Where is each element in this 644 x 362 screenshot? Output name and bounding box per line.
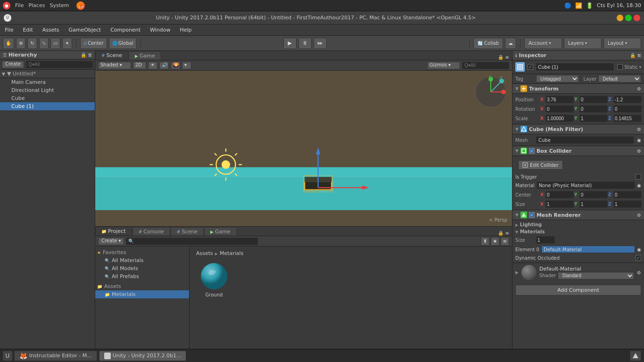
box-collider-check[interactable]: ✓ <box>529 148 535 154</box>
minimize-btn[interactable] <box>617 15 623 21</box>
pos-z-input[interactable] <box>613 96 642 103</box>
tag-dropdown[interactable]: Untagged <box>536 75 579 82</box>
gizmos-btn[interactable]: Gizmos ▾ <box>427 62 460 69</box>
hierarchy-create-btn[interactable]: Create <box>2 61 24 68</box>
pause-btn[interactable]: ⏸ <box>298 38 312 49</box>
menu-assets[interactable]: Assets <box>38 25 64 35</box>
mesh-select-icon[interactable]: ◉ <box>637 138 641 143</box>
materials-size-input[interactable] <box>536 236 555 244</box>
tool-combined[interactable]: ✦ <box>62 38 72 49</box>
hierarchy-item-camera[interactable]: Main Camera <box>0 78 95 86</box>
tool-move[interactable]: ⊕ <box>16 38 25 49</box>
mode-2d-btn[interactable]: 2D <box>133 62 146 69</box>
tool-rect[interactable]: ▭ <box>50 38 60 49</box>
scene-viewport[interactable]: Z X Y < Persp <box>95 71 512 226</box>
mesh-renderer-check[interactable]: ✓ <box>529 212 535 218</box>
inspector-col-icon[interactable]: ≡ <box>637 53 641 58</box>
box-collider-settings[interactable]: ⚙ <box>637 148 641 154</box>
folder-metarials[interactable]: 📁 Metarials <box>95 290 189 298</box>
scene-search-input[interactable] <box>462 62 509 69</box>
collab-btn[interactable]: 🔄 Collab <box>473 38 503 49</box>
project-action-btn1[interactable]: ⬆ <box>481 237 489 246</box>
layout-btn[interactable]: Layout ▾ <box>603 38 641 49</box>
add-component-btn[interactable]: Add Component <box>515 285 641 296</box>
mesh-filter-settings[interactable]: ⚙ <box>637 127 641 132</box>
hierarchy-item-light[interactable]: Directional Light <box>0 86 95 94</box>
menu-component[interactable]: Component <box>106 25 145 35</box>
size-z-input[interactable] <box>613 200 642 208</box>
tab-scene2[interactable]: #Scene <box>171 227 204 236</box>
tool-scale[interactable]: ⤡ <box>39 38 49 49</box>
space-btn[interactable]: 🌐 Global <box>109 38 137 49</box>
shader-dropdown[interactable]: Standard <box>558 272 634 280</box>
scene-col-icon[interactable]: ≡ <box>505 55 509 60</box>
layer-dropdown[interactable]: Default <box>598 75 641 82</box>
scale-z-input[interactable] <box>613 115 642 122</box>
favorites-all-materials[interactable]: 🔍 All Materials <box>95 256 189 264</box>
play-btn[interactable]: ▶ <box>283 38 297 49</box>
sysbar-applications[interactable]: File <box>15 2 24 8</box>
layers-btn[interactable]: Layers ▾ <box>564 38 602 49</box>
taskbar-firefox[interactable]: 🦊 Instructable Editor - M... <box>14 351 97 361</box>
pivot-btn[interactable]: ⊙ Center <box>80 38 107 49</box>
dynamic-occluded-check[interactable] <box>636 255 641 261</box>
size-x-input[interactable] <box>545 200 574 208</box>
tab-game[interactable]: ▶Game <box>129 51 161 60</box>
edit-collider-btn[interactable]: Edit Collider <box>518 160 563 170</box>
obj-active-check[interactable] <box>528 64 533 70</box>
element0-icon[interactable]: ◉ <box>637 247 641 252</box>
pos-y-input[interactable] <box>579 96 608 103</box>
static-checkbox[interactable] <box>617 64 623 70</box>
transform-component-header[interactable]: Transform ⚙ <box>512 83 644 94</box>
center-y-input[interactable] <box>579 191 608 198</box>
rot-y-input[interactable] <box>579 105 608 113</box>
mesh-filter-header[interactable]: Cube (Mesh Filter) ⚙ <box>512 124 644 134</box>
lighting-btn[interactable]: ☀ <box>148 62 157 69</box>
center-z-input[interactable] <box>613 191 642 198</box>
menu-file[interactable]: File <box>0 25 18 35</box>
hierarchy-item-cube[interactable]: Cube <box>0 94 95 102</box>
center-x-input[interactable] <box>545 191 574 198</box>
sysbar-system[interactable]: System <box>50 2 69 8</box>
taskbar-unity[interactable]: Unity - Unity 2017.2.0b1... <box>99 351 187 361</box>
tab-console[interactable]: #Console <box>132 227 170 236</box>
tool-hand[interactable]: ✋ <box>3 38 14 49</box>
material-settings-icon[interactable]: ⚙ <box>637 270 641 275</box>
menu-window[interactable]: Window <box>145 25 175 35</box>
hierarchy-item-cube1[interactable]: Cube (1) <box>0 102 95 110</box>
is-trigger-checkbox[interactable] <box>636 174 641 180</box>
tab-scene[interactable]: #Scene <box>95 51 128 60</box>
rot-z-input[interactable] <box>613 105 642 113</box>
menu-help[interactable]: Help <box>175 25 196 35</box>
project-action-btn2[interactable]: ★ <box>491 237 499 246</box>
audio-btn[interactable]: 🔊 <box>159 62 169 69</box>
mesh-renderer-settings[interactable]: ⚙ <box>637 213 641 218</box>
menu-gameobject[interactable]: GameObject <box>64 25 106 35</box>
account-btn[interactable]: Account ▾ <box>524 38 562 49</box>
asset-ground[interactable]: Ground <box>195 261 233 297</box>
rot-x-input[interactable] <box>545 105 574 113</box>
project-create-btn[interactable]: Create ▾ <box>98 238 124 245</box>
hierarchy-search-input[interactable] <box>26 61 93 68</box>
scene-lock-icon[interactable]: 🔒 <box>498 55 504 60</box>
favorites-all-prefabs[interactable]: 🔍 All Prefabs <box>95 272 189 280</box>
cloud-btn[interactable]: ☁ <box>505 38 516 49</box>
project-action-btn3[interactable]: ≡ <box>501 237 509 246</box>
tab-game2[interactable]: ▶Game <box>204 227 237 236</box>
maximize-btn[interactable] <box>625 15 632 21</box>
shading-dropdown[interactable]: Shaded ▾ <box>98 62 131 69</box>
pos-x-input[interactable] <box>545 96 574 103</box>
transform-settings-icon[interactable]: ⚙ <box>637 86 641 91</box>
mesh-renderer-header[interactable]: ✓ Mesh Renderer ⚙ <box>512 210 644 220</box>
static-dropdown-icon[interactable]: ▾ <box>639 65 641 69</box>
scale-x-input[interactable] <box>545 115 574 122</box>
project-col-icon[interactable]: ≡ <box>505 230 509 236</box>
close-btn[interactable] <box>634 15 640 21</box>
collider-material-icon[interactable]: ◉ <box>637 183 641 188</box>
project-search-input[interactable] <box>126 238 258 245</box>
box-collider-header[interactable]: ✓ Box Collider ⚙ <box>512 146 644 156</box>
tool-rotate[interactable]: ↻ <box>27 38 37 49</box>
fx-dropdown[interactable]: ▾ <box>182 62 191 69</box>
project-lock-icon[interactable]: 🔒 <box>498 230 504 236</box>
sysbar-places[interactable]: Places <box>28 2 45 8</box>
